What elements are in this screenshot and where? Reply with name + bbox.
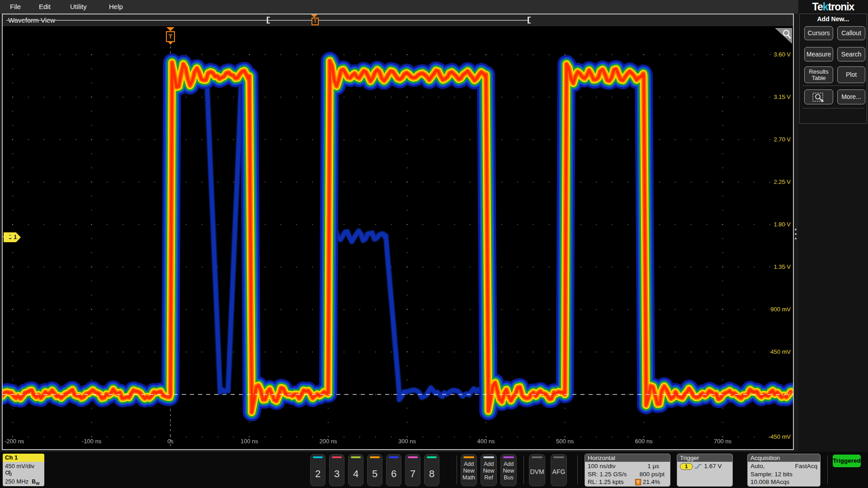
grip-dot-icon <box>795 233 797 235</box>
trigger-source-pill: 1 <box>680 463 693 470</box>
afg-label: AFG <box>551 468 566 475</box>
fastacq-label: FastAcq <box>795 462 817 470</box>
acquisition-panel-title: Acquisition <box>748 454 820 462</box>
acquisition-count: 10.008 MAcqs <box>750 478 817 486</box>
minimap-trigger-triangle-icon[interactable] <box>311 14 317 18</box>
trigger-position-triangle-icon[interactable] <box>166 27 175 31</box>
channel-5-label: 5 <box>368 468 382 480</box>
bottombar-divider <box>827 455 828 484</box>
channel-8-button[interactable]: 8 <box>424 454 439 486</box>
cursors-button[interactable]: Cursors <box>804 26 833 40</box>
add-new-math-button[interactable]: AddNewMath <box>461 454 477 486</box>
bottombar-divider <box>457 455 457 484</box>
x-axis-label: 100 ns <box>229 438 270 445</box>
waveform-view-window: Waveform View T T C 1 3.60 V3.15 V2.70 V… <box>2 14 794 450</box>
graticule-plot-area[interactable]: T C 1 3.60 V3.15 V2.70 V2.25 V1.80 V1.35… <box>3 26 793 449</box>
right-panel-divider <box>802 85 864 86</box>
x-axis-label: 300 ns <box>387 438 428 445</box>
channel-5-button[interactable]: 5 <box>367 454 382 486</box>
menu-item-utility[interactable]: Utility <box>67 0 90 14</box>
menu-bar: FileEditUtilityHelp <box>0 0 868 14</box>
channel-3-button[interactable]: 3 <box>329 454 344 486</box>
y-axis-label: 450 mV <box>759 348 791 355</box>
add-new-bus-button[interactable]: AddNewBus <box>500 454 517 486</box>
add-new-bus-label: AddNewBus <box>501 461 516 481</box>
tektronix-logo: Tektronix <box>798 1 868 13</box>
horizontal-trigger-position: T 21.4% <box>635 478 660 486</box>
horizontal-record-length: RL: 1.25 kpts <box>588 478 624 486</box>
trigger-position-icon: T <box>635 479 641 485</box>
x-axis-label: -100 ns <box>71 438 112 445</box>
minimap-trigger-marker[interactable]: T <box>311 18 319 25</box>
settings-bar: Ch 1 450 mV/div 250 MHz BW Horizontal 10… <box>0 452 868 488</box>
dvm-stripe <box>532 456 542 458</box>
trigger-panel[interactable]: Trigger 1 1.67 V <box>677 454 733 487</box>
channel-1-badge[interactable]: Ch 1 450 mV/div 250 MHz BW <box>3 454 44 486</box>
channel-6-button[interactable]: 6 <box>386 454 401 486</box>
channel-2-button[interactable]: 2 <box>310 454 326 486</box>
y-axis-label: 3.60 V <box>759 51 791 58</box>
menu-item-help[interactable]: Help <box>106 0 126 14</box>
plot-button[interactable]: Plot <box>837 66 865 83</box>
channel-1-bandwidth: 250 MHz BW <box>5 478 42 486</box>
callout-button[interactable]: Callout <box>837 26 865 40</box>
x-axis-label: 600 ns <box>623 438 664 445</box>
zoom-window-right-bracket[interactable] <box>528 17 529 23</box>
zoom-select-button[interactable] <box>804 89 833 104</box>
channel-7-color-stripe <box>408 456 418 458</box>
trigger-flag-notch-icon <box>168 42 173 45</box>
right-panel-divider <box>802 108 864 108</box>
acquisition-panel[interactable]: Acquisition Auto,FastAcq Sample: 12 bits… <box>747 454 821 487</box>
channel-5-color-stripe <box>370 456 380 458</box>
add-new-bus-stripe <box>503 456 514 458</box>
search-button[interactable]: Search <box>837 47 865 61</box>
channel-1-badge-title: Ch 1 <box>3 454 44 462</box>
acquisition-mode: Auto, <box>750 462 765 470</box>
trigger-level-value: 1.67 V <box>704 463 722 469</box>
add-new-ref-label: AddNewRef <box>481 461 496 481</box>
more-button[interactable]: More... <box>837 89 865 104</box>
bottombar-divider <box>577 455 578 484</box>
bottombar-divider <box>524 455 524 484</box>
afg-button[interactable]: AFG <box>551 454 567 486</box>
draw-a-box-zoom-icon[interactable] <box>774 27 792 44</box>
channel-1-scale: 450 mV/div <box>5 462 42 470</box>
channel-4-button[interactable]: 4 <box>348 454 363 486</box>
trigger-panel-title: Trigger <box>677 454 732 462</box>
trigger-position-flag[interactable]: T <box>166 31 175 42</box>
y-axis-label: 3.15 V <box>759 94 791 100</box>
trigger-level-arrow-icon[interactable] <box>3 232 14 241</box>
channel-6-label: 6 <box>387 468 401 480</box>
x-axis-label: 700 ns <box>703 438 743 445</box>
dvm-label: DVM <box>529 468 545 475</box>
measure-button[interactable]: Measure <box>804 47 833 61</box>
triggered-status-badge: Triggered <box>833 455 861 467</box>
zoom-window-left-bracket[interactable] <box>267 17 268 23</box>
dvm-button[interactable]: DVM <box>529 454 545 486</box>
horizontal-panel-title: Horizontal <box>585 454 670 462</box>
add-new-header: Add New... <box>800 15 867 23</box>
horizontal-sample-rate: SR: 1.25 GS/s <box>588 470 627 479</box>
add-new-math-label: AddNewMath <box>461 461 476 481</box>
horizontal-scale: 100 ns/div <box>588 462 616 470</box>
results-table-button[interactable]: ResultsTable <box>804 66 833 83</box>
channel-7-button[interactable]: 7 <box>405 454 420 486</box>
menu-item-file[interactable]: File <box>7 0 24 14</box>
add-new-ref-button[interactable]: AddNewRef <box>481 454 497 486</box>
channel-1-badge-body: 450 mV/div 250 MHz BW <box>3 462 44 486</box>
grip-dot-icon <box>795 229 797 230</box>
channel-3-label: 3 <box>330 468 344 480</box>
x-axis-label: 0s <box>150 438 191 445</box>
y-axis-label: 2.70 V <box>759 136 791 143</box>
panel-splitter-grip[interactable] <box>795 226 797 241</box>
horizontal-panel[interactable]: Horizontal 100 ns/div1 µs SR: 1.25 GS/s8… <box>585 454 670 487</box>
menu-item-edit[interactable]: Edit <box>36 0 53 14</box>
y-axis-label: 2.25 V <box>759 178 791 185</box>
grip-dot-icon <box>795 238 797 239</box>
y-axis-label: -450 mV <box>759 433 791 440</box>
x-axis-label: 500 ns <box>545 438 585 445</box>
add-new-ref-stripe <box>483 456 494 458</box>
channel-6-color-stripe <box>389 456 399 458</box>
channel-3-color-stripe <box>332 456 342 458</box>
channel-4-color-stripe <box>351 456 361 458</box>
